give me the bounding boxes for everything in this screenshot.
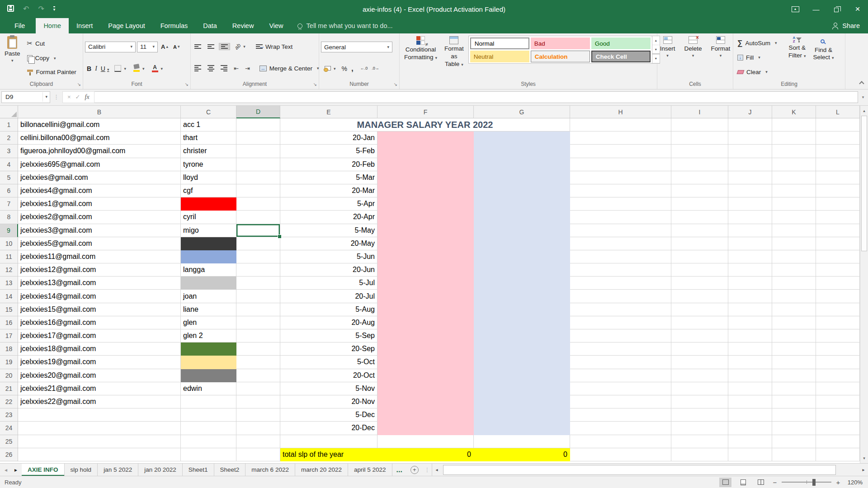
delete-cells-button[interactable]: × Delete ▾ [681, 35, 704, 80]
row-header-26[interactable]: 26 [0, 448, 18, 461]
column-header-F[interactable]: F [377, 106, 474, 118]
cell-J5[interactable] [728, 171, 772, 184]
normal-view-button[interactable] [719, 478, 731, 487]
percent-style-button[interactable]: % [342, 65, 347, 72]
cell-L20[interactable] [816, 369, 860, 382]
row-header-16[interactable]: 16 [0, 316, 18, 329]
cell-E23[interactable]: 5-Dec [280, 408, 377, 422]
cell-B2[interactable]: cellini.billona00@gmail.com [18, 131, 181, 145]
cell-G10[interactable] [474, 237, 570, 250]
zoom-in-button[interactable]: + [835, 479, 841, 486]
cell-H14[interactable] [570, 290, 671, 303]
decrease-indent-button[interactable]: ⇤ [232, 64, 241, 73]
row-header-7[interactable]: 7 [0, 197, 18, 211]
cell-F25[interactable] [377, 435, 474, 448]
cell-H24[interactable] [570, 422, 671, 435]
row-header-5[interactable]: 5 [0, 171, 18, 184]
cell-B9[interactable]: jcelxxies3@gmail.com [18, 224, 181, 237]
cell-D4[interactable] [236, 158, 280, 171]
cell-E22[interactable]: 20-Nov [280, 395, 377, 408]
cell-C23[interactable] [181, 408, 236, 422]
cell-K26[interactable] [772, 448, 816, 461]
cell-L24[interactable] [816, 422, 860, 435]
cell-I10[interactable] [671, 237, 728, 250]
cell-G15[interactable] [474, 303, 570, 316]
cell-L26[interactable] [816, 448, 860, 461]
cell-E2[interactable]: 20-Jan [280, 131, 377, 145]
cell-G3[interactable] [474, 145, 570, 158]
tab-insert[interactable]: Insert [69, 18, 100, 33]
cell-C18[interactable] [181, 343, 236, 356]
cell-E26[interactable]: total slp of the year [280, 448, 377, 461]
cell-L22[interactable] [816, 395, 860, 408]
style-neutral[interactable]: Neutral [470, 51, 529, 62]
style-check-cell[interactable]: Check Cell [591, 51, 651, 62]
tab-home[interactable]: Home [36, 18, 69, 33]
cell-C10[interactable] [181, 237, 236, 250]
underline-button[interactable]: U [101, 65, 109, 72]
cell-C6[interactable]: cgf [181, 184, 236, 197]
cell-F13[interactable] [377, 277, 474, 290]
cell-B3[interactable]: figueroa.johnlloyd00@gmail.com [18, 145, 181, 158]
cell-I17[interactable] [671, 329, 728, 343]
cell-I23[interactable] [671, 408, 728, 422]
cell-L4[interactable] [816, 158, 860, 171]
cell-J25[interactable] [728, 435, 772, 448]
insert-function-icon[interactable]: fx [85, 94, 90, 101]
cell-H5[interactable] [570, 171, 671, 184]
row-header-18[interactable]: 18 [0, 343, 18, 356]
align-right-button[interactable] [219, 64, 229, 72]
align-center-button[interactable] [206, 64, 216, 72]
cell-E24[interactable]: 20-Dec [280, 422, 377, 435]
cell-E17[interactable]: 5-Sep [280, 329, 377, 343]
cell-I1[interactable] [671, 118, 728, 131]
cell-I21[interactable] [671, 382, 728, 395]
cell-C17[interactable]: glen 2 [181, 329, 236, 343]
clear-button[interactable]: Clear [735, 68, 784, 76]
sheet-nav-left-icon[interactable]: ◂ [5, 467, 7, 473]
cell-G19[interactable] [474, 356, 570, 369]
cell-B12[interactable]: jcelxxies12@gmail.com [18, 263, 181, 277]
cell-J21[interactable] [728, 382, 772, 395]
row-header-22[interactable]: 22 [0, 395, 18, 408]
row-header-4[interactable]: 4 [0, 158, 18, 171]
cell-H21[interactable] [570, 382, 671, 395]
cell-H18[interactable] [570, 343, 671, 356]
cancel-formula-icon[interactable]: × [67, 94, 71, 100]
cell-B24[interactable] [18, 422, 181, 435]
expand-formula-bar-icon[interactable]: ▾ [858, 95, 868, 99]
cell-C9[interactable]: migo [181, 224, 236, 237]
cell-B13[interactable]: jcelxxies13@gmail.com [18, 277, 181, 290]
cell-J15[interactable] [728, 303, 772, 316]
cell-J3[interactable] [728, 145, 772, 158]
cell-F24[interactable] [377, 422, 474, 435]
row-header-8[interactable]: 8 [0, 211, 18, 224]
row-header-24[interactable]: 24 [0, 422, 18, 435]
cell-B1[interactable]: billonacellini@gmail.com [18, 118, 181, 131]
cell-K23[interactable] [772, 408, 816, 422]
cell-C16[interactable]: glen [181, 316, 236, 329]
cell-J9[interactable] [728, 224, 772, 237]
clipboard-dialog-launcher-icon[interactable]: ↘ [77, 82, 81, 87]
scroll-up-icon[interactable]: ▴ [860, 106, 868, 116]
cell-H13[interactable] [570, 277, 671, 290]
cell-K12[interactable] [772, 263, 816, 277]
column-header-H[interactable]: H [570, 106, 671, 118]
cell-K16[interactable] [772, 316, 816, 329]
cell-L13[interactable] [816, 277, 860, 290]
cell-C5[interactable]: lloyd [181, 171, 236, 184]
sort-filter-button[interactable]: AZ Sort &Filter [786, 35, 809, 80]
cell-L14[interactable] [816, 290, 860, 303]
cell-G17[interactable] [474, 329, 570, 343]
tab-view[interactable]: View [261, 18, 291, 33]
select-all-corner[interactable] [0, 106, 18, 118]
cell-K7[interactable] [772, 197, 816, 211]
column-header-K[interactable]: K [772, 106, 816, 118]
cell-K21[interactable] [772, 382, 816, 395]
cell-I11[interactable] [671, 250, 728, 263]
cell-F23[interactable] [377, 408, 474, 422]
sheet-tab-sheet1[interactable]: Sheet1 [183, 464, 214, 476]
row-header-12[interactable]: 12 [0, 263, 18, 277]
increase-indent-button[interactable]: ⇥ [243, 64, 252, 73]
font-dialog-launcher-icon[interactable]: ↘ [185, 82, 189, 87]
